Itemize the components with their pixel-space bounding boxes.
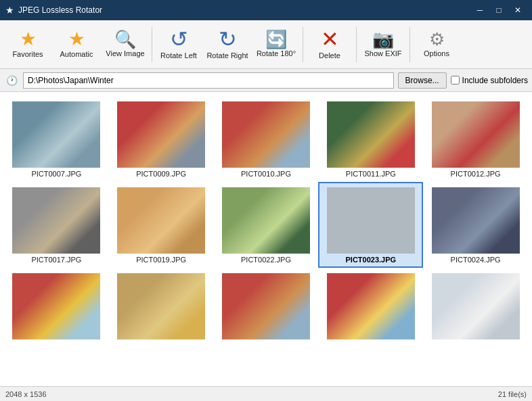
- main-content: PICT0007.JPGPICT0009.JPGPICT0010.JPGPICT…: [0, 92, 532, 386]
- image-cell[interactable]: [423, 268, 528, 346]
- image-filename: PICT0010.JPG: [241, 170, 291, 178]
- options-label: Options: [424, 49, 449, 58]
- rotate-right-icon: ↻: [219, 28, 237, 50]
- toolbar-separator-4: [409, 27, 410, 62]
- image-thumbnail: [12, 273, 100, 339]
- image-thumbnail: [327, 273, 415, 339]
- image-thumbnail: [12, 187, 100, 254]
- options-button[interactable]: ⚙ Options: [413, 23, 460, 66]
- file-count: 21 file(s): [498, 390, 527, 398]
- image-cell[interactable]: PICT0024.JPG: [423, 182, 528, 268]
- subfolder-checkbox[interactable]: [451, 76, 460, 85]
- toolbar-separator-3: [356, 27, 357, 62]
- app-icon: ★: [5, 5, 14, 16]
- image-cell[interactable]: [318, 268, 423, 346]
- image-filename: PICT0022.JPG: [241, 256, 291, 264]
- image-thumbnail: [432, 273, 520, 339]
- rotate-left-button[interactable]: ↺ Rotate Left: [155, 23, 202, 66]
- app-title: JPEG Lossless Rotator: [18, 5, 102, 15]
- image-filename: PICT0007.JPG: [31, 170, 81, 178]
- browse-button[interactable]: Browse...: [398, 72, 447, 89]
- image-cell[interactable]: PICT0009.JPG: [109, 96, 214, 182]
- view-image-button[interactable]: 🔍 View Image: [102, 23, 149, 66]
- status-bar: 2048 x 1536 21 file(s): [0, 386, 532, 401]
- image-dimensions: 2048 x 1536: [5, 390, 47, 398]
- image-cell[interactable]: PICT0011.JPG: [318, 96, 423, 182]
- minimize-button[interactable]: ─: [471, 3, 489, 18]
- image-cell[interactable]: PICT0017.JPG: [4, 182, 109, 268]
- title-bar: ★ JPEG Lossless Rotator ─ □ ✕: [0, 0, 532, 20]
- image-filename: PICT0024.JPG: [451, 256, 501, 264]
- image-thumbnail: [12, 101, 100, 168]
- image-thumbnail: [117, 101, 205, 168]
- image-thumbnail: [327, 187, 415, 254]
- subfolder-checkbox-label[interactable]: Include subfolders: [451, 76, 528, 85]
- image-filename: PICT0011.JPG: [346, 170, 396, 178]
- show-exif-button[interactable]: 📷 Show EXIF: [359, 23, 407, 66]
- toolbar-separator-1: [152, 27, 152, 62]
- image-grid: PICT0007.JPGPICT0009.JPGPICT0010.JPGPICT…: [0, 92, 532, 386]
- show-exif-label: Show EXIF: [364, 49, 401, 58]
- maximize-button[interactable]: □: [490, 3, 508, 18]
- image-thumbnail: [432, 187, 520, 254]
- image-filename: PICT0009.JPG: [136, 170, 186, 178]
- delete-icon: ✕: [321, 28, 339, 50]
- gear-icon: ⚙: [429, 30, 445, 48]
- image-filename: PICT0023.JPG: [345, 256, 396, 264]
- rotate-left-icon: ↺: [170, 28, 188, 50]
- image-thumbnail: [117, 187, 205, 254]
- rotate180-label: Rotate 180°: [257, 49, 296, 58]
- image-filename: PICT0017.JPG: [31, 256, 81, 264]
- image-cell[interactable]: [4, 268, 109, 346]
- image-cell[interactable]: [109, 268, 214, 346]
- automatic-button[interactable]: ★ Automatic: [53, 23, 100, 66]
- camera-icon: 📷: [372, 30, 394, 48]
- automatic-label: Automatic: [60, 50, 93, 59]
- image-cell[interactable]: PICT0010.JPG: [214, 96, 319, 182]
- close-button[interactable]: ✕: [509, 3, 527, 18]
- rotate-left-label: Rotate Left: [160, 51, 197, 60]
- image-cell[interactable]: PICT0022.JPG: [214, 182, 319, 268]
- history-button[interactable]: 🕐: [4, 73, 19, 88]
- image-thumbnail: [222, 187, 310, 254]
- image-thumbnail: [432, 101, 520, 168]
- star-icon: ★: [20, 30, 37, 49]
- path-input[interactable]: [23, 72, 394, 89]
- title-bar-left: ★ JPEG Lossless Rotator: [5, 5, 102, 16]
- delete-button[interactable]: ✕ Delete: [306, 23, 353, 66]
- window-controls: ─ □ ✕: [471, 3, 527, 18]
- toolbar: ★ Favorites ★ Automatic 🔍 View Image ↺ R…: [0, 20, 532, 69]
- auto-icon: ★: [68, 30, 85, 49]
- rotate180-icon: 🔄: [265, 30, 287, 48]
- image-cell[interactable]: PICT0012.JPG: [423, 96, 528, 182]
- image-cell[interactable]: [214, 268, 319, 346]
- subfolder-text: Include subfolders: [462, 76, 528, 85]
- rotate180-button[interactable]: 🔄 Rotate 180°: [252, 23, 300, 66]
- toolbar-separator-2: [303, 27, 303, 62]
- address-bar: 🕐 Browse... Include subfolders: [0, 69, 532, 92]
- magnify-icon: 🔍: [114, 30, 136, 48]
- image-filename: PICT0019.JPG: [136, 256, 186, 264]
- image-thumbnail: [117, 273, 205, 339]
- image-cell[interactable]: PICT0007.JPG: [4, 96, 109, 182]
- image-filename: PICT0012.JPG: [451, 170, 501, 178]
- rotate-right-label: Rotate Right: [206, 51, 248, 60]
- view-image-label: View Image: [106, 49, 144, 58]
- image-cell[interactable]: PICT0023.JPG: [318, 182, 423, 268]
- image-thumbnail: [222, 101, 310, 168]
- rotate-right-button[interactable]: ↻ Rotate Right: [204, 23, 251, 66]
- favorites-button[interactable]: ★ Favorites: [4, 23, 51, 66]
- image-cell[interactable]: PICT0019.JPG: [109, 182, 214, 268]
- favorites-label: Favorites: [12, 50, 43, 59]
- delete-label: Delete: [319, 51, 340, 60]
- image-thumbnail: [222, 273, 310, 339]
- image-thumbnail: [327, 101, 415, 168]
